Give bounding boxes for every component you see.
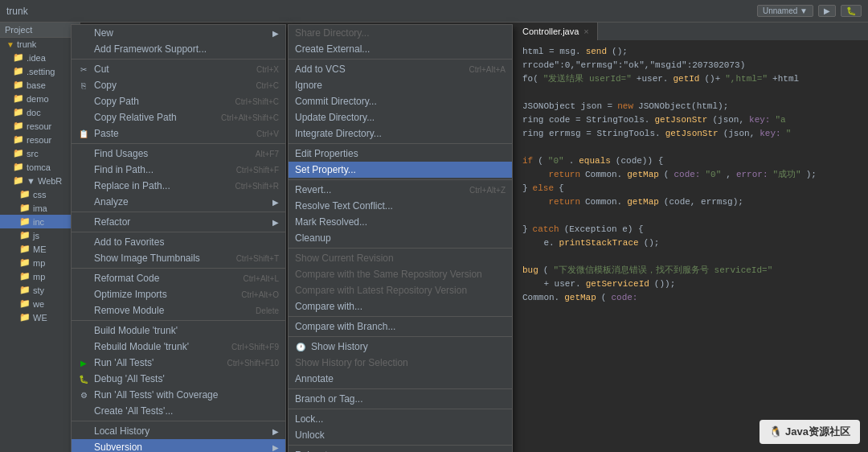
menu-label-cleanup: Cleanup — [295, 232, 331, 244]
menu-item-rebuild[interactable]: Rebuild Module 'trunk' Ctrl+Shift+F9 — [72, 339, 285, 355]
menu-item-debug-tests[interactable]: 🐛Debug 'All Tests' — [72, 371, 285, 387]
tree-item-setting[interactable]: 📁 .setting — [0, 64, 80, 78]
tree-item-doc[interactable]: 📁 doc — [0, 105, 80, 119]
menu-item-resolve-conflict[interactable]: Resolve Text Conflict... — [289, 198, 512, 214]
tree-item-resour1[interactable]: 📁 resour — [0, 119, 80, 133]
menu-item-replace-in-path[interactable]: Replace in Path... Ctrl+Shift+R — [72, 178, 285, 194]
menu-label-create-tests: Create 'All Tests'... — [94, 405, 173, 417]
menu-item-optimize-imports[interactable]: Optimize Imports Ctrl+Alt+O — [72, 286, 285, 302]
code-line: + user.getServiceId()); — [522, 277, 860, 291]
menu-item-compare-branch[interactable]: Compare with Branch... — [289, 318, 512, 335]
tree-item-idea[interactable]: 📁 .idea — [0, 51, 80, 64]
menu-item-ignore[interactable]: Ignore — [289, 77, 512, 93]
menu-item-edit-props[interactable]: Edit Properties — [289, 146, 512, 162]
shortcut-run: Ctrl+Shift+F10 — [227, 359, 279, 368]
menu-item-set-property[interactable]: Set Property... — [289, 162, 512, 178]
shortcut-find-usages: Alt+F7 — [256, 150, 279, 158]
menu-item-mark-resolved[interactable]: Mark Resolved... — [289, 214, 512, 230]
tree-item-base[interactable]: 📁 base — [0, 78, 80, 92]
tab-controller-java[interactable]: Controller.java × — [514, 23, 598, 40]
menu-item-copy[interactable]: ⎘Copy Ctrl+C — [72, 77, 285, 93]
tree-item-src[interactable]: 📁 src — [0, 146, 80, 160]
code-line — [522, 86, 860, 100]
menu-item-reformat[interactable]: Reformat Code Ctrl+Alt+L — [72, 270, 285, 286]
menu-item-revert[interactable]: Revert... Ctrl+Alt+Z — [289, 182, 512, 198]
tree-item-we[interactable]: 📁 we — [0, 297, 80, 310]
menu-item-analyze[interactable]: Analyze ▶ — [72, 194, 285, 210]
tree-item-we2[interactable]: 📁 WE — [0, 310, 80, 324]
tree-item-webr[interactable]: 📁 ▼ WebR — [0, 174, 80, 187]
tree-item-ima[interactable]: 📁 ima — [0, 201, 80, 215]
menu-item-copy-path[interactable]: Copy Path Ctrl+Shift+C — [72, 93, 285, 109]
menu-item-run-coverage[interactable]: ⚙Run 'All Tests' with Coverage — [72, 387, 285, 403]
menu-item-find-in-path[interactable]: Find in Path... Ctrl+Shift+F — [72, 162, 285, 178]
tree-item-inc[interactable]: 📁 inc — [0, 215, 80, 228]
menu-item-cut[interactable]: ✂Cut Ctrl+X — [72, 61, 285, 77]
menu-label-create-external: Create External... — [295, 43, 370, 55]
shortcut-remove: Delete — [256, 306, 279, 315]
menu-label-add-favorites: Add to Favorites — [94, 236, 164, 248]
menu-item-integrate-dir[interactable]: Integrate Directory... — [289, 125, 512, 142]
menu-item-subversion[interactable]: Subversion ▶ — [72, 439, 285, 452]
menu-item-new[interactable]: New ▶ — [72, 25, 285, 41]
menu-item-cleanup[interactable]: Cleanup — [289, 230, 512, 246]
menu-item-commit-dir[interactable]: Commit Directory... — [289, 93, 512, 109]
menu-label-run-tests: Run 'All Tests' — [94, 357, 154, 368]
menu-item-annotate[interactable]: Annotate — [289, 371, 512, 387]
menu-item-relocate[interactable]: Relocate... — [289, 447, 512, 452]
menu-item-local-history[interactable]: Local History ▶ — [72, 423, 285, 439]
menu-item-create-tests[interactable]: Create 'All Tests'... — [72, 403, 285, 419]
tree-item-mp1[interactable]: 📁 mp — [0, 256, 80, 269]
menu-item-remove-module[interactable]: Remove Module Delete — [72, 302, 285, 318]
tree-item-me[interactable]: 📁 ME — [0, 242, 80, 256]
menu-item-copy-relative-path[interactable]: Copy Relative Path Ctrl+Alt+Shift+C — [72, 109, 285, 125]
tree-item-css[interactable]: 📁 css — [0, 187, 80, 201]
menu-label-ignore: Ignore — [295, 80, 322, 91]
tree-item-root[interactable]: ▼ trunk — [0, 38, 80, 51]
tab-bar: Controller.java × — [514, 23, 868, 40]
menu-sep-4 — [72, 232, 285, 232]
menu-item-compare-latest-repo: Compare with Latest Repository Version — [289, 282, 512, 298]
menu-label-subversion: Subversion — [94, 442, 142, 452]
menu-item-unlock[interactable]: Unlock — [289, 427, 512, 443]
menu-item-show-history[interactable]: 🕐Show History — [289, 339, 512, 355]
run-button[interactable]: ▶ — [818, 5, 836, 17]
menu-label-coverage: Run 'All Tests' with Coverage — [94, 389, 218, 401]
menu-item-add-framework[interactable]: Add Framework Support... — [72, 41, 285, 57]
menu-item-paste[interactable]: 📋Paste Ctrl+V — [72, 125, 285, 142]
menu-item-add-to-vcs[interactable]: Add to VCS Ctrl+Alt+A — [289, 61, 512, 77]
tree-item-js[interactable]: 📁 js — [0, 228, 80, 242]
menu-item-add-favorites[interactable]: Add to Favorites — [72, 234, 285, 250]
menu-sep-2 — [72, 143, 285, 144]
history-clock-icon: 🕐 — [295, 343, 306, 351]
project-panel: Project ▼ trunk 📁 .idea 📁 .setting 📁 bas… — [0, 23, 80, 452]
menu-item-refactor[interactable]: Refactor ▶ — [72, 214, 285, 230]
menu-label-framework: Add Framework Support... — [94, 43, 207, 55]
debug-button[interactable]: 🐛 — [841, 5, 862, 17]
tree-item-mp2[interactable]: 📁 mp — [0, 269, 80, 283]
menu-item-create-external[interactable]: Create External... — [289, 41, 512, 57]
menu-item-build[interactable]: Build Module 'trunk' — [72, 323, 285, 339]
tab-close[interactable]: × — [583, 27, 588, 36]
menu-item-lock[interactable]: Lock... — [289, 411, 512, 427]
menu-label-refactor: Refactor — [94, 216, 130, 228]
menu-item-find-usages[interactable]: Find Usages Alt+F7 — [72, 146, 285, 162]
menu-item-compare-with[interactable]: Compare with... — [289, 298, 512, 314]
debug-icon: 🐛 — [78, 375, 89, 384]
menu-label-unlock: Unlock — [295, 429, 325, 441]
tree-item-sty[interactable]: 📁 sty — [0, 283, 80, 297]
menu-item-run-tests[interactable]: ▶Run 'All Tests' Ctrl+Shift+F10 — [72, 355, 285, 371]
menu-label-copy: Copy — [94, 80, 117, 91]
menu-item-branch-or-tag[interactable]: Branch or Tag... — [289, 391, 512, 407]
unnamed-button[interactable]: Unnamed ▼ — [757, 5, 813, 17]
tree-item-tomca[interactable]: 📁 tomca — [0, 160, 80, 174]
watermark: 🐧 Java资源社区 — [760, 420, 860, 444]
vcs-sep-9 — [289, 445, 512, 446]
menu-item-show-thumbnails[interactable]: Show Image Thumbnails Ctrl+Shift+T — [72, 250, 285, 266]
menu-label-find-usages: Find Usages — [94, 148, 148, 159]
tree-item-resour2[interactable]: 📁 resour — [0, 133, 80, 146]
menu-item-update-dir[interactable]: Update Directory... — [289, 109, 512, 125]
menu-label-edit-props: Edit Properties — [295, 148, 358, 159]
menu-label-revert: Revert... — [295, 184, 331, 195]
tree-item-demo[interactable]: 📁 demo — [0, 92, 80, 105]
